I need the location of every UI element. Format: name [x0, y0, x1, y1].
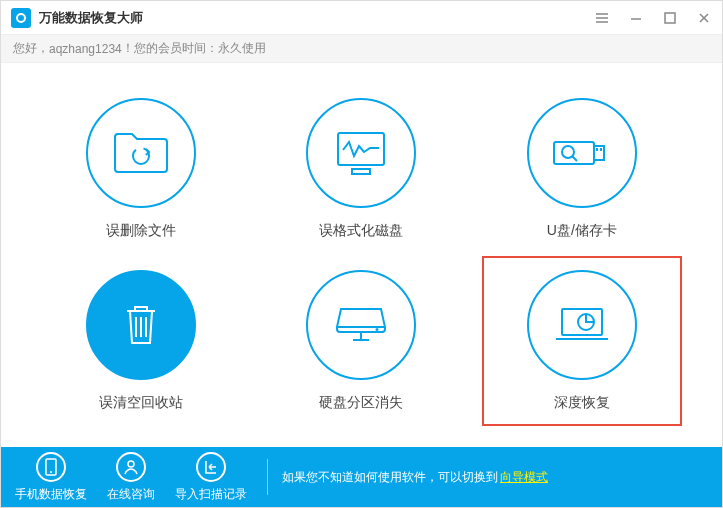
footer-hint-text: 如果您不知道如何使用软件，可以切换到 [282, 469, 498, 486]
window-controls [594, 10, 712, 26]
greeting-status: 永久使用 [218, 40, 266, 57]
greeting-suffix: ！您的会员时间： [122, 40, 218, 57]
app-title: 万能数据恢复大师 [39, 9, 143, 27]
drive-icon [306, 270, 416, 380]
option-deleted-files[interactable]: 误删除文件 [41, 84, 241, 254]
option-label: 误删除文件 [106, 222, 176, 240]
footer-label: 导入扫描记录 [175, 486, 247, 503]
option-usb-sd[interactable]: U盘/储存卡 [482, 84, 682, 254]
footer-label: 手机数据恢复 [15, 486, 87, 503]
folder-refresh-icon [86, 98, 196, 208]
svg-point-14 [128, 461, 134, 467]
option-label: 深度恢复 [554, 394, 610, 412]
greeting-prefix: 您好， [13, 40, 49, 57]
footer-import-scan[interactable]: 导入扫描记录 [175, 452, 247, 503]
menu-button[interactable] [594, 10, 610, 26]
main-options-grid: 误删除文件 误格式化磁盘 [1, 63, 722, 447]
greeting-bar: 您好， aqzhang1234 ！您的会员时间： 永久使用 [1, 35, 722, 63]
footer-phone-recovery[interactable]: 手机数据恢复 [15, 452, 87, 503]
option-label: U盘/储存卡 [547, 222, 617, 240]
option-formatted-disk[interactable]: 误格式化磁盘 [261, 84, 461, 254]
phone-icon [36, 452, 66, 482]
user-icon [116, 452, 146, 482]
svg-rect-7 [600, 148, 602, 151]
svg-rect-0 [665, 13, 675, 23]
svg-point-9 [376, 328, 379, 331]
close-button[interactable] [696, 10, 712, 26]
footer-online-chat[interactable]: 在线咨询 [107, 452, 155, 503]
footer-bar: 手机数据恢复 在线咨询 导入扫描记录 如果您不知道如何使用软件，可以切换到 向导… [1, 447, 722, 507]
svg-point-13 [50, 471, 52, 473]
minimize-button[interactable] [628, 10, 644, 26]
laptop-scan-icon [527, 270, 637, 380]
titlebar: 万能数据恢复大师 [1, 1, 722, 35]
app-window: 万能数据恢复大师 您好， aqzhang1234 ！您的会员时间： 永久使用 [0, 0, 723, 508]
footer-divider [267, 459, 268, 495]
svg-rect-10 [562, 309, 602, 335]
trash-icon [86, 270, 196, 380]
option-label: 硬盘分区消失 [319, 394, 403, 412]
svg-rect-5 [594, 146, 604, 160]
option-recycle-bin[interactable]: 误清空回收站 [41, 256, 241, 426]
maximize-button[interactable] [662, 10, 678, 26]
option-partition-lost[interactable]: 硬盘分区消失 [261, 256, 461, 426]
svg-rect-3 [352, 169, 370, 174]
footer-hint: 如果您不知道如何使用软件，可以切换到 向导模式 [282, 469, 548, 486]
monitor-wave-icon [306, 98, 416, 208]
app-logo [11, 8, 31, 28]
option-label: 误格式化磁盘 [319, 222, 403, 240]
svg-rect-6 [596, 148, 598, 151]
option-deep-recovery[interactable]: 深度恢复 [482, 256, 682, 426]
usb-search-icon [527, 98, 637, 208]
footer-label: 在线咨询 [107, 486, 155, 503]
greeting-username: aqzhang1234 [49, 42, 122, 56]
wizard-mode-link[interactable]: 向导模式 [500, 469, 548, 486]
option-label: 误清空回收站 [99, 394, 183, 412]
import-icon [196, 452, 226, 482]
